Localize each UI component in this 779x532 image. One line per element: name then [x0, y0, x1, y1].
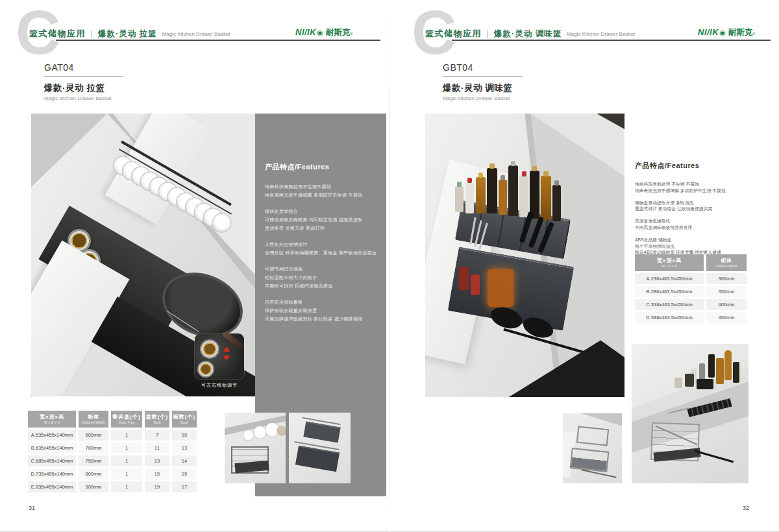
logo-latin-text: NI/IK	[698, 27, 719, 37]
feature-line: 纳米科技表面处理 不生锈 不腐蚀	[635, 181, 768, 187]
feature-group: 人性化分区收纳设计合理分区 科学收纳碗碟架、置物盒 集中收纳分类存放	[265, 240, 382, 257]
table-cell: B.288x463.5x450mm	[635, 286, 704, 297]
table-header-cell: 餐具盒(个)Cutly Tray	[111, 411, 142, 428]
feature-group: 储物盒灵动提取方便 拿取清洗魔盒式设计 灵动组合 让收纳更便捷实用	[635, 200, 768, 213]
bottle-shape	[465, 182, 474, 213]
table-header-cell: 盘数(个)Dish	[145, 411, 169, 428]
page-gutter-divider	[389, 0, 390, 532]
table-cell: B.635x455x140mm	[28, 442, 76, 453]
photo-shape	[569, 448, 609, 472]
table-cell: E.835x455x140mm	[28, 481, 76, 492]
table-cell: 1	[111, 468, 142, 479]
thumbnail-photo	[225, 413, 286, 483]
feature-line: 采用品牌缓冲隐藏滑轨 推拉轻柔 减少碗碟碰撞	[265, 315, 382, 323]
logo-cjk-text: 耐斯克	[326, 27, 351, 38]
bottle-shape	[508, 165, 518, 216]
header-rule	[452, 40, 771, 41]
feature-line: 储物盒灵动提取方便 拿取清洗	[635, 200, 768, 206]
logo-target-icon: ◉	[719, 29, 726, 37]
table-cell: 17	[172, 481, 197, 492]
page-number: 32	[743, 505, 749, 511]
feature-line: 纳米科技表面处理不生锈不腐蚀	[265, 182, 382, 191]
arrow-down-icon	[223, 356, 230, 361]
header-subtitle: 爆款·灵动 拉篮	[98, 29, 157, 40]
brand-logo: NI/IK ◉ 耐斯克 ®	[295, 27, 353, 38]
feature-group: 可调节ABS分隔板轻松适配不同大小的瓶子不用时可拆卸 拒绝约束随意摆放	[265, 265, 382, 290]
photo-shape	[295, 446, 340, 472]
page-header-right: 篮式储物应用 爆款·灵动 调味篮 Magic Kitchen Drawer Ba…	[425, 28, 635, 40]
table-cell: 19	[145, 481, 169, 492]
product-name: 爆款·灵动 拉篮	[44, 82, 123, 94]
feature-group: 高深盒体低矮瓶托不同高度调味瓶收纳井然有序	[635, 218, 768, 231]
table-cell: 450mm	[706, 312, 747, 323]
header-subtitle: 爆款·灵动 调味篮	[494, 29, 562, 40]
table-cell: 1	[111, 429, 142, 441]
feature-line: 可调节ABS分隔板	[265, 265, 382, 273]
table-cell: 15	[145, 468, 169, 479]
product-code: GBT04	[443, 62, 522, 73]
product-code-underline	[44, 76, 123, 77]
photo-shape	[277, 426, 286, 436]
product-block-right: GBT04 爆款·灵动 调味篮 Magic kitchen Drawer Bas…	[443, 62, 522, 101]
feature-line: 每个可单独拆卸清洗	[635, 243, 768, 250]
table-cell: 14	[172, 455, 197, 466]
photo-shape	[303, 421, 340, 442]
features-list: 纳米科技表面处理 不生锈 不腐蚀纳米表面光滑手感细腻 多层防护不生锈 不腐蚀储物…	[635, 181, 768, 256]
feature-line: 人性化分区收纳设计	[265, 240, 382, 248]
feature-line: 高深盒体低矮瓶托	[635, 218, 768, 224]
jar-shape	[200, 339, 219, 359]
logo-latin-text: NI/IK	[295, 27, 316, 37]
feature-line: 灵活多变 使用方便 更易打理	[265, 224, 382, 232]
feature-line: ABS食品级 储物盒	[635, 237, 768, 243]
table-cell: A.535x455x140mm	[28, 429, 76, 441]
bottle-shape	[519, 176, 528, 217]
feature-line: 魔盒式设计 灵动组合 让收纳更便捷实用	[635, 206, 768, 212]
bottle-shape	[471, 274, 480, 295]
bottle-shape	[708, 354, 715, 378]
table-cell: 700mm	[79, 442, 108, 453]
table-cell: 750mm	[79, 455, 108, 466]
thumbnail-photo	[289, 413, 351, 483]
logo-target-icon: ◉	[317, 29, 323, 37]
thumbnail-photo	[563, 413, 622, 483]
table-cell: 300mm	[706, 273, 747, 284]
table-header-cell: 宽x深x高W x D x H	[635, 254, 704, 271]
catalog-spread: C 篮式储物应用 爆款·灵动 拉篮 Magic Kitchen Drawer B…	[0, 0, 779, 532]
bottle-shape	[541, 176, 551, 220]
table-header-cell: 柜体Cabinet Width	[706, 254, 747, 271]
detail-inset-photo	[195, 333, 244, 380]
table-cell: D.735x455x140mm	[28, 468, 76, 479]
table-cell: 1	[111, 455, 142, 466]
photo-shape	[697, 379, 713, 389]
arrow-up-icon	[223, 346, 230, 352]
registered-mark: ®	[752, 32, 755, 36]
header-category: 篮式储物应用	[425, 28, 482, 40]
bottle-shape	[552, 185, 561, 221]
table-header-cell: 碗数(个)Bowl	[172, 411, 197, 428]
bottle-shape	[459, 267, 469, 290]
feature-line: 合理分区 科学收纳碗碟架、置物盒 集中收纳分类存放	[265, 248, 382, 257]
registered-mark: ®	[350, 32, 352, 36]
table-cell: 11	[145, 442, 169, 453]
feature-line: 不同高度调味瓶收纳井然有序	[635, 224, 768, 231]
table-header-cell: 柜体Cabinet Width	[79, 411, 108, 428]
feature-group: 纳米科技表面处理不生锈不腐蚀纳米表面光滑手感细腻 多层防护不生锈 不腐蚀	[265, 182, 382, 199]
inset-caption: 可左右移动调节	[187, 382, 252, 389]
feature-group: 模块化灵动组合可移动底板及碗碟架 均可独立使用 且随意提取灵活多变 使用方便 更…	[265, 207, 382, 232]
bottle-shape	[685, 374, 694, 387]
table-cell: 13	[145, 455, 169, 466]
features-title: 产品特点/Features	[265, 162, 386, 172]
table-cell: 1	[111, 442, 142, 453]
bottle-shape	[716, 358, 724, 384]
product-block-left: GAT04 爆款·灵动 拉篮 Magic kitchen Drawer Bask…	[44, 62, 123, 101]
secondary-photo-right	[632, 344, 748, 483]
jar-shape	[197, 361, 214, 378]
feature-line: 不用时可拆卸 拒绝约束随意摆放	[265, 282, 382, 290]
table-cell: A.238x463.5x450mm	[635, 273, 704, 284]
feature-group: ABS食品级 储物盒每个可单独拆卸清洗精选ABS食品级材质 环保无毒 呵护家人健…	[635, 237, 768, 256]
table-header-cell: 宽x深x高W x D x H	[28, 411, 76, 428]
bottle-shape	[733, 362, 739, 383]
photo-shape	[576, 426, 609, 446]
header-rule	[56, 40, 380, 41]
features-panel-right: 产品特点/Features 纳米科技表面处理 不生锈 不腐蚀纳米表面光滑手感细腻…	[635, 161, 768, 261]
